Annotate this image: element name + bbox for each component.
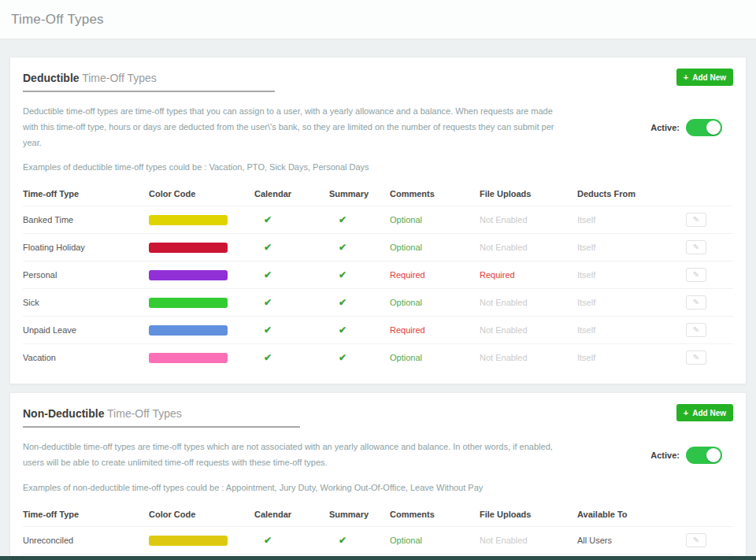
table-row: Unpaid Leave✔✔RequiredNot EnabledItself✎ xyxy=(23,316,733,343)
last-column-value: Itself xyxy=(577,215,686,224)
plus-icon: + xyxy=(684,408,688,417)
panel-head: Deductible Time-Off Types + Add New xyxy=(23,69,733,92)
active-control: Active: xyxy=(650,447,733,464)
edit-button[interactable]: ✎ xyxy=(686,240,706,254)
calendar-check-icon: ✔ xyxy=(254,214,329,225)
time-off-types-table: Time-off TypeColor CodeCalendarSummaryCo… xyxy=(23,503,733,560)
type-name: Personal xyxy=(23,270,149,280)
column-header: Time-off Type xyxy=(23,510,149,519)
active-label: Active: xyxy=(650,123,680,132)
last-column-value: Itself xyxy=(577,353,686,362)
app-viewport: Time-Off Types Deductible Time-Off Types… xyxy=(0,0,756,560)
file-uploads-value: Not Enabled xyxy=(480,243,577,252)
toggle-knob-icon xyxy=(706,448,721,462)
active-label: Active: xyxy=(650,451,680,460)
table-row: Banked Time✔✔OptionalNot EnabledItself✎ xyxy=(23,206,733,233)
color-swatch xyxy=(149,536,228,546)
calendar-check-icon: ✔ xyxy=(254,325,329,336)
summary-check-icon: ✔ xyxy=(329,242,390,253)
panel-title-bold: Deductible xyxy=(23,72,80,84)
summary-check-icon: ✔ xyxy=(329,214,390,225)
file-uploads-value: Not Enabled xyxy=(480,325,577,335)
panel-title: Deductible Time-Off Types xyxy=(23,69,275,92)
table-row: Unreconciled✔✔OptionalNot EnabledAll Use… xyxy=(23,526,733,554)
comments-value: Required xyxy=(390,325,480,335)
comments-value: Optional xyxy=(390,536,480,545)
last-column-value: Itself xyxy=(577,270,686,280)
summary-check-icon: ✔ xyxy=(329,325,390,336)
edit-button[interactable]: ✎ xyxy=(686,213,706,227)
edit-cell: ✎ xyxy=(686,533,733,547)
panel-title: Non-Deductible Time-Off Types xyxy=(23,404,300,428)
color-swatch xyxy=(149,353,228,363)
column-header: Calendar xyxy=(254,189,329,198)
panel-title-rest: Time-Off Types xyxy=(80,72,157,84)
file-uploads-value: Required xyxy=(480,270,577,280)
panel-title-bold: Non-Deductible xyxy=(23,407,104,420)
table-row: Sick✔✔OptionalNot EnabledItself✎ xyxy=(23,288,733,316)
panel-non-deductible: Non-Deductible Time-Off Types + Add New … xyxy=(9,392,747,560)
comments-value: Optional xyxy=(390,353,480,362)
summary-check-icon: ✔ xyxy=(329,535,390,546)
color-swatch xyxy=(149,215,228,225)
description-row: Deductible time-off types are time-off t… xyxy=(23,104,733,150)
color-code-cell xyxy=(149,298,254,309)
calendar-check-icon: ✔ xyxy=(254,535,329,546)
color-code-cell xyxy=(149,243,254,254)
edit-cell: ✎ xyxy=(686,323,733,337)
active-toggle[interactable] xyxy=(686,119,722,136)
panel-deductible: Deductible Time-Off Types + Add New Dedu… xyxy=(9,57,747,384)
column-header: Calendar xyxy=(254,510,329,519)
column-header: Comments xyxy=(390,510,480,519)
comments-value: Required xyxy=(390,270,480,280)
column-header: Time-off Type xyxy=(23,189,149,198)
file-uploads-value: Not Enabled xyxy=(480,298,577,307)
edit-cell: ✎ xyxy=(686,350,733,365)
table-row: Personal✔✔RequiredRequiredItself✎ xyxy=(23,261,733,288)
column-header: Available To xyxy=(577,510,686,519)
comments-value: Optional xyxy=(390,298,480,307)
last-column-value: Itself xyxy=(577,325,686,335)
column-header: File Uploads xyxy=(480,189,577,198)
column-header: Summary xyxy=(329,510,390,519)
file-uploads-value: Not Enabled xyxy=(480,215,577,224)
calendar-check-icon: ✔ xyxy=(254,352,329,363)
color-code-cell xyxy=(149,535,254,546)
edit-cell: ✎ xyxy=(686,295,733,310)
calendar-check-icon: ✔ xyxy=(254,242,329,253)
panel-title-rest: Time-Off Types xyxy=(104,407,181,420)
column-header: File Uploads xyxy=(480,510,577,519)
table-row: Vacation✔✔OptionalNot EnabledItself✎ xyxy=(23,343,733,371)
summary-check-icon: ✔ xyxy=(329,297,390,308)
examples-text: Examples of non-deductible time-off type… xyxy=(23,483,733,492)
edit-button[interactable]: ✎ xyxy=(686,268,706,282)
color-swatch xyxy=(149,243,228,253)
type-name: Banked Time xyxy=(23,215,149,224)
table-header-row: Time-off TypeColor CodeCalendarSummaryCo… xyxy=(23,183,733,206)
edit-button[interactable]: ✎ xyxy=(686,533,706,547)
column-header: Comments xyxy=(390,189,480,198)
comments-value: Optional xyxy=(390,243,480,252)
active-control: Active: xyxy=(650,119,733,136)
color-code-cell xyxy=(149,270,254,281)
table-header-row: Time-off TypeColor CodeCalendarSummaryCo… xyxy=(23,503,733,526)
summary-check-icon: ✔ xyxy=(329,269,390,280)
file-uploads-value: Not Enabled xyxy=(480,353,577,362)
type-name: Sick xyxy=(23,298,149,307)
column-header: Color Code xyxy=(149,510,254,519)
file-uploads-value: Not Enabled xyxy=(480,536,577,545)
edit-button[interactable]: ✎ xyxy=(686,295,706,310)
table-row: Floating Holiday✔✔OptionalNot EnabledIts… xyxy=(23,233,733,261)
add-new-button[interactable]: + Add New xyxy=(676,69,733,86)
color-swatch xyxy=(149,270,228,280)
toggle-knob-icon xyxy=(706,121,721,135)
active-toggle[interactable] xyxy=(686,447,722,464)
type-name: Unpaid Leave xyxy=(23,325,149,335)
edit-button[interactable]: ✎ xyxy=(686,323,706,337)
edit-button[interactable]: ✎ xyxy=(686,350,706,365)
calendar-check-icon: ✔ xyxy=(254,297,329,308)
color-code-cell xyxy=(149,353,254,364)
add-new-button[interactable]: + Add New xyxy=(676,404,733,421)
calendar-check-icon: ✔ xyxy=(254,269,329,280)
add-new-label: Add New xyxy=(692,73,726,82)
